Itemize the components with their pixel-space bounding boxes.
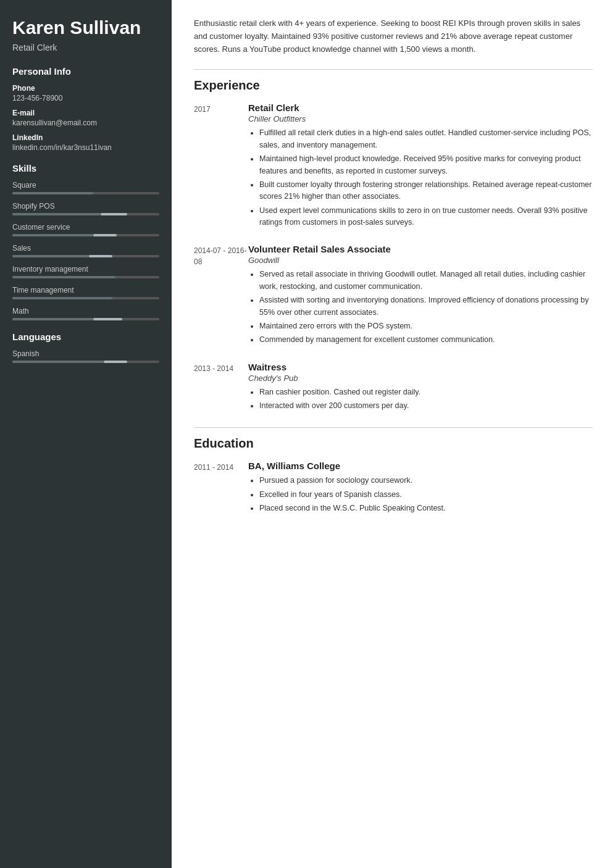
job-bullet: Used expert level communications skills … [259,205,593,229]
skills-section-title: Skills [12,163,159,173]
skill-item: Math [12,307,159,320]
skill-bar-fill [12,213,101,215]
phone-value: 123-456-78900 [12,94,159,102]
phone-item: Phone 123-456-78900 [12,84,159,102]
job-block: 2013 - 2014WaitressCheddy's PubRan cashi… [194,362,593,414]
skill-bar-fill [12,192,93,194]
job-bullet: Commended by management for excellent cu… [259,334,593,346]
job-bullets: Fulfilled all retail clerk duties in a h… [248,127,593,228]
skill-bar-accent [93,318,123,320]
skill-item: Customer service [12,223,159,236]
skill-name: Sales [12,244,159,252]
skill-bar [12,255,159,257]
skill-bar-fill [12,234,93,236]
edu-bullet: Pursued a passion for sociology coursewo… [259,475,593,486]
experience-section-title: Experience [194,78,593,93]
skill-name: Math [12,307,159,315]
skill-bar-accent [101,213,127,215]
skill-bar [12,276,159,278]
education-list: 2011 - 2014BA, Williams CollegePursued a… [194,461,593,516]
phone-label: Phone [12,84,159,93]
skill-bar [12,297,159,299]
skill-name: Inventory management [12,265,159,273]
sidebar: Karen Sullivan Retail Clerk Personal Inf… [0,0,172,868]
edu-bullets: Pursued a passion for sociology coursewo… [248,475,593,514]
jobs-list: 2017Retail ClerkChiller OutfittersFulfil… [194,102,593,414]
job-content: Retail ClerkChiller OutfittersFulfilled … [248,102,593,230]
education-divider [194,427,593,428]
job-company: Goodwill [248,256,593,265]
job-bullet: Served as retail associate in thriving G… [259,269,593,293]
languages-section-title: Languages [12,332,159,342]
skill-bar-fill [12,276,115,278]
job-date: 2017 [194,102,248,230]
skill-bar-fill [12,318,93,320]
skill-item: Sales [12,244,159,257]
edu-content: BA, Williams CollegePursued a passion fo… [248,461,593,516]
language-bar-fill [12,361,104,363]
job-title: Volunteer Retail Sales Associate [248,244,593,254]
skill-bar-fill [12,255,89,257]
name-heading: Karen Sullivan [12,17,159,39]
skill-name: Shopify POS [12,202,159,211]
personal-info-section-title: Personal Info [12,66,159,77]
job-title: Waitress [248,362,593,372]
job-bullet: Ran cashier position. Cashed out registe… [259,386,593,398]
summary-text: Enthusiastic retail clerk with 4+ years … [194,17,593,56]
skill-bar-accent [93,234,117,236]
job-content: Volunteer Retail Sales AssociateGoodwill… [248,244,593,348]
job-bullet: Maintained zero errors with the POS syst… [259,320,593,332]
language-bar [12,361,159,363]
job-bullet: Built customer loyalty through fostering… [259,179,593,203]
skill-name: Customer service [12,223,159,232]
job-block: 2014-07 - 2016-08Volunteer Retail Sales … [194,244,593,348]
skill-bar [12,213,159,215]
skill-bar [12,234,159,236]
skill-bar [12,318,159,320]
linkedin-item: LinkedIn linkedin.com/in/kar3nsu11ivan [12,133,159,152]
languages-list: Spanish [12,349,159,363]
skills-list: SquareShopify POSCustomer serviceSalesIn… [12,181,159,320]
edu-bullet: Excelled in four years of Spanish classe… [259,489,593,501]
skill-item: Time management [12,286,159,299]
language-name: Spanish [12,349,159,358]
email-value: karensullivan@email.com [12,119,159,127]
job-bullet: Fulfilled all retail clerk duties in a h… [259,127,593,151]
main-content: Enthusiastic retail clerk with 4+ years … [172,0,615,868]
skill-bar [12,192,159,194]
edu-block: 2011 - 2014BA, Williams CollegePursued a… [194,461,593,516]
job-title: Retail Clerk [248,102,593,113]
email-label: E-mail [12,109,159,117]
edu-bullet: Placed second in the W.S.C. Public Speak… [259,503,593,514]
education-section-title: Education [194,436,593,451]
skill-item: Shopify POS [12,202,159,215]
language-item: Spanish [12,349,159,363]
experience-divider [194,69,593,70]
job-bullets: Served as retail associate in thriving G… [248,269,593,346]
edu-date: 2011 - 2014 [194,461,248,516]
job-title-heading: Retail Clerk [12,43,159,52]
job-date: 2013 - 2014 [194,362,248,414]
skill-name: Time management [12,286,159,294]
language-bar-accent [104,361,127,363]
job-bullet: Maintained high-level product knowledge.… [259,153,593,177]
edu-degree: BA, Williams College [248,461,593,471]
linkedin-label: LinkedIn [12,133,159,142]
skill-name: Square [12,181,159,190]
job-bullet: Assisted with sorting and inventorying d… [259,294,593,319]
skill-item: Inventory management [12,265,159,278]
linkedin-value: linkedin.com/in/kar3nsu11ivan [12,143,159,152]
skill-bar-fill [12,297,112,299]
job-bullet: Interacted with over 200 customers per d… [259,400,593,412]
job-block: 2017Retail ClerkChiller OutfittersFulfil… [194,102,593,230]
job-company: Cheddy's Pub [248,373,593,383]
job-content: WaitressCheddy's PubRan cashier position… [248,362,593,414]
skill-bar-accent [89,255,112,257]
job-bullets: Ran cashier position. Cashed out registe… [248,386,593,412]
job-date: 2014-07 - 2016-08 [194,244,248,348]
email-item: E-mail karensullivan@email.com [12,109,159,127]
job-company: Chiller Outfitters [248,114,593,123]
skill-item: Square [12,181,159,194]
